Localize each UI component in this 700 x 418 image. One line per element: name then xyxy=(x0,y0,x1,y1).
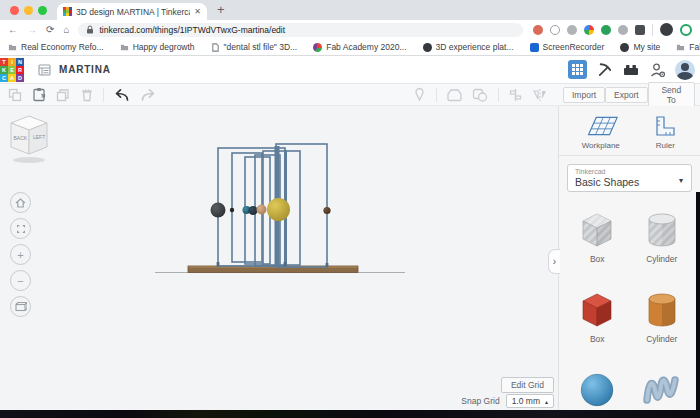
fit-view-button[interactable] xyxy=(10,218,31,239)
header-actions xyxy=(568,60,700,80)
bookmark-item[interactable]: 3D experience plat... xyxy=(423,42,514,52)
macos-dock-strip xyxy=(0,410,700,418)
reload-icon[interactable]: ⟳ xyxy=(46,24,54,35)
back-icon[interactable]: ← xyxy=(8,24,18,35)
snap-grid-label: Snap Grid xyxy=(461,396,499,406)
box-red-icon xyxy=(574,286,620,332)
redo-icon[interactable] xyxy=(140,88,156,101)
tab-title: 3D design MARTINA | Tinkercad xyxy=(76,7,190,17)
paste-icon[interactable] xyxy=(32,87,46,102)
undo-icon[interactable] xyxy=(114,88,130,101)
site-icon xyxy=(620,43,629,52)
workplane-tool[interactable]: Workplane xyxy=(581,113,621,150)
minecraft-pickaxe-icon[interactable] xyxy=(596,61,613,78)
export-button[interactable]: Export xyxy=(605,87,648,103)
import-button[interactable]: Import xyxy=(563,87,605,103)
extension-icon[interactable] xyxy=(618,25,628,35)
zoom-window-button[interactable] xyxy=(38,6,47,15)
browser-tab-bar: 3D design MARTINA | Tinkercad ✕ + xyxy=(0,0,700,20)
close-window-button[interactable] xyxy=(10,6,19,15)
minimize-window-button[interactable] xyxy=(24,6,33,15)
ruler-tool[interactable]: Ruler xyxy=(652,113,678,150)
new-tab-button[interactable]: + xyxy=(217,2,225,17)
bookmark-item[interactable]: FabAcademy xyxy=(676,42,700,52)
bookmark-item[interactable]: "dental stl file" 3D... xyxy=(211,42,298,52)
tinkercad-logo[interactable]: TIN KER CAD xyxy=(0,58,24,82)
shape-box-striped[interactable]: Box xyxy=(565,206,630,264)
extension-icon[interactable] xyxy=(550,25,560,35)
browser-profile-avatar[interactable] xyxy=(660,23,673,36)
browser-url-row: ← → ⟳ ⌂ tinkercad.com/things/1IPTWdVTwxG… xyxy=(0,20,700,39)
design-properties-icon[interactable] xyxy=(38,64,51,76)
user-avatar[interactable] xyxy=(675,60,695,80)
zoom-in-button[interactable]: + xyxy=(10,244,31,265)
bookmark-item[interactable]: Fab Academy 2020... xyxy=(313,42,406,52)
helper-tools: Workplane Ruler xyxy=(559,106,700,156)
group-icon[interactable] xyxy=(447,88,462,102)
address-bar[interactable]: tinkercad.com/things/1IPTWdVTwxG-martina… xyxy=(78,23,523,37)
view-3d-button[interactable] xyxy=(568,60,587,79)
home-icon[interactable]: ⌂ xyxy=(63,24,69,35)
home-view-button[interactable] xyxy=(10,192,31,213)
divider xyxy=(103,88,104,102)
shape-category-dropdown[interactable]: Tinkercad Basic Shapes ▾ xyxy=(567,164,692,192)
extension-icon[interactable] xyxy=(601,25,611,35)
chevron-down-icon: ▾ xyxy=(679,176,683,185)
viewport-canvas[interactable]: BACK LEFT + − Edit Grid Snap Grid 1.0 m xyxy=(0,106,558,410)
box-striped-icon xyxy=(574,206,620,252)
extension-icon[interactable] xyxy=(584,25,594,35)
home-view-icon xyxy=(14,197,27,209)
page-icon xyxy=(211,43,220,52)
fit-view-icon xyxy=(15,223,27,235)
screen-edge xyxy=(696,192,700,418)
shape-box-red[interactable]: Box xyxy=(565,286,630,344)
send-to-button[interactable]: Send To xyxy=(648,82,695,108)
bookmarks-bar: Real Economy Refo... Happy degrowth "den… xyxy=(0,39,700,56)
zoom-out-button[interactable]: − xyxy=(10,270,31,291)
sidebar-collapse-handle[interactable]: › xyxy=(548,249,560,274)
editor-toolbar: Import Export Send To xyxy=(0,84,700,106)
account-settings-icon[interactable] xyxy=(649,62,666,78)
clipboard-group xyxy=(0,87,164,102)
perspective-toggle-button[interactable] xyxy=(10,296,31,317)
divider xyxy=(436,88,437,102)
bookmark-item[interactable]: ScreenRecorder xyxy=(530,42,605,52)
extension-icon[interactable] xyxy=(635,25,645,35)
screen: 3D design MARTINA | Tinkercad ✕ + ← → ⟳ … xyxy=(0,0,700,418)
tinkercad-favicon xyxy=(63,7,72,16)
edit-grid-button[interactable]: Edit Grid xyxy=(501,377,554,393)
divider xyxy=(498,88,499,102)
divider xyxy=(652,24,653,36)
tab-close-icon[interactable]: ✕ xyxy=(194,7,201,16)
snap-grid-select[interactable]: 1.0 mm ▴ xyxy=(506,394,554,408)
tinkercad-header: TIN KER CAD MARTINA xyxy=(0,56,700,84)
copy-icon[interactable] xyxy=(8,88,22,102)
bookmark-item[interactable]: Real Economy Refo... xyxy=(8,42,104,52)
brick-icon[interactable] xyxy=(622,62,640,77)
shape-cylinder-orange[interactable]: Cylinder xyxy=(630,286,695,344)
url-text: tinkercad.com/things/1IPTWdVTwxG-martina… xyxy=(99,25,285,35)
mirror-icon[interactable] xyxy=(532,88,548,102)
view-cube-back-label[interactable]: BACK xyxy=(14,135,28,141)
extension-icon[interactable] xyxy=(533,25,543,35)
duplicate-icon[interactable] xyxy=(56,88,71,102)
account-status-icon[interactable] xyxy=(680,24,692,36)
bookmark-item[interactable]: Happy degrowth xyxy=(120,42,195,52)
io-buttons: Import Export Send To xyxy=(558,82,700,108)
delete-icon[interactable] xyxy=(81,88,93,102)
model-orrery[interactable] xyxy=(0,106,558,410)
align-icon[interactable] xyxy=(509,88,522,102)
main-area: BACK LEFT + − Edit Grid Snap Grid 1.0 m xyxy=(0,106,700,410)
design-title[interactable]: MARTINA xyxy=(59,64,111,75)
grid-icon xyxy=(572,64,583,75)
ungroup-icon[interactable] xyxy=(472,88,488,102)
bookmark-item[interactable]: My site xyxy=(620,42,660,52)
forward-icon[interactable]: → xyxy=(27,24,37,35)
view-cube-left-label[interactable]: LEFT xyxy=(33,134,45,140)
shapes-sidebar: Workplane Ruler Tinkercad Basic Shapes ▾ xyxy=(558,106,700,410)
workplane-drop-icon[interactable] xyxy=(413,87,426,102)
extension-icon[interactable] xyxy=(567,25,577,35)
shape-cylinder-striped[interactable]: Cylinder xyxy=(630,206,695,264)
browser-tab[interactable]: 3D design MARTINA | Tinkercad ✕ xyxy=(57,3,207,20)
view-cube[interactable]: BACK LEFT xyxy=(8,114,52,166)
